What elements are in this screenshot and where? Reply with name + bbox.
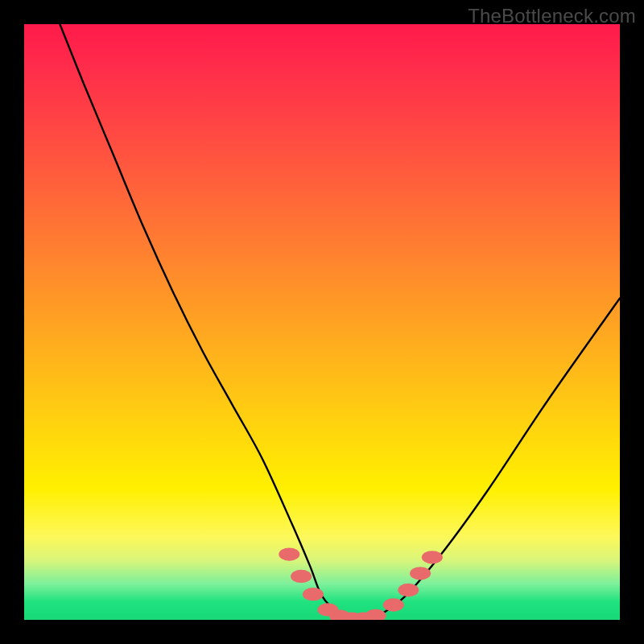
chart-svg	[24, 24, 620, 620]
curve-marker	[410, 567, 431, 580]
curve-marker	[303, 588, 324, 601]
curve-marker	[279, 547, 299, 560]
chart-plot-area	[24, 24, 620, 620]
watermark-text: TheBottleneck.com	[468, 5, 636, 27]
bottleneck-curve	[60, 24, 620, 620]
curve-marker	[422, 551, 443, 564]
curve-marker	[365, 609, 386, 620]
chart-frame: TheBottleneck.com	[0, 0, 644, 644]
curve-marker	[291, 570, 312, 583]
curve-marker	[398, 584, 419, 597]
curve-marker	[383, 598, 404, 611]
